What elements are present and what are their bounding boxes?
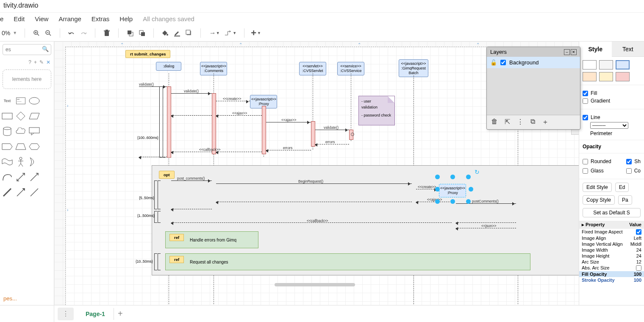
svg-rect-13 — [141, 32, 145, 36]
edit-button[interactable]: Ed — [615, 183, 629, 192]
add-layer-icon[interactable]: ＋ — [542, 118, 549, 127]
tab-text[interactable]: Text — [612, 42, 644, 57]
shape-trapezoid[interactable] — [15, 142, 26, 152]
fill-icon[interactable] — [161, 29, 169, 37]
svg-line-26 — [21, 164, 23, 167]
search-icon[interactable]: 🔍 — [42, 46, 49, 52]
menu-extras[interactable]: Extras — [92, 15, 110, 22]
swatch-blue[interactable] — [616, 60, 630, 69]
shape-parallelogram[interactable] — [29, 111, 40, 121]
menubar: e Edit View Arrange Extras Help All chan… — [0, 13, 644, 25]
shape-step[interactable] — [2, 142, 13, 152]
shape-tape[interactable] — [2, 157, 13, 167]
line-style-select[interactable]: ──── — [590, 122, 628, 129]
shape-line[interactable] — [29, 187, 40, 197]
zoom-level[interactable]: 0% ▼ — [2, 30, 17, 36]
paste-button[interactable]: Pa — [618, 195, 632, 205]
gradient-checkbox[interactable] — [583, 98, 588, 104]
abs-arc-checkbox[interactable] — [636, 265, 641, 271]
line-checkbox[interactable] — [583, 115, 588, 120]
minimize-icon[interactable]: – — [564, 49, 570, 55]
zoom-out-icon[interactable] — [44, 29, 52, 37]
close-panel-icon[interactable]: ✕ — [46, 59, 50, 65]
edit-style-button[interactable]: Edit Style — [583, 183, 612, 192]
lifeline-batch[interactable]: <<javascript>> :GimqRequest Batch — [399, 59, 428, 77]
shadow-icon[interactable] — [185, 29, 193, 37]
export-icon[interactable]: ⇱ — [505, 118, 510, 127]
shape-heading[interactable]: ━━─── — [15, 96, 26, 106]
tab-style[interactable]: Style — [579, 42, 612, 57]
trash-icon[interactable]: 🗑 — [491, 118, 498, 127]
more-shapes-link[interactable]: pes... — [0, 292, 54, 305]
redo-icon[interactable] — [80, 29, 87, 37]
add-page-icon[interactable]: + — [114, 308, 127, 320]
duplicate-icon[interactable]: ⧉ — [530, 118, 535, 127]
note[interactable]: - uservalidation- password check — [358, 96, 395, 125]
page-menu-icon[interactable]: ⋮ — [58, 308, 74, 320]
menu-edit[interactable]: Edit — [14, 15, 25, 22]
more-icon[interactable]: ⋮ — [517, 118, 524, 127]
svg-rect-21 — [29, 128, 39, 133]
rounded-checkbox[interactable] — [583, 159, 588, 164]
set-default-button[interactable]: Set as Default S — [583, 208, 641, 217]
shape-actor[interactable] — [15, 157, 26, 167]
comic-checkbox[interactable] — [626, 168, 632, 174]
shape-arrow[interactable] — [29, 172, 40, 182]
delete-icon[interactable] — [103, 29, 111, 37]
zoom-in-icon[interactable] — [33, 29, 40, 37]
to-front-icon[interactable] — [126, 29, 134, 37]
shape-biarrow[interactable] — [15, 172, 26, 182]
svg-rect-9 — [105, 30, 108, 31]
shadow-checkbox[interactable] — [626, 159, 632, 164]
stroke-icon[interactable] — [173, 29, 181, 37]
help-icon[interactable]: ? — [28, 59, 31, 65]
lifeline-dialog[interactable]: :dialog — [156, 62, 181, 71]
shape-rect[interactable] — [2, 111, 13, 121]
fill-checkbox[interactable] — [583, 91, 588, 96]
page-tab-1[interactable]: Page-1 — [77, 308, 114, 320]
shape-hexagon[interactable] — [29, 142, 40, 152]
shape-curve[interactable] — [2, 172, 13, 182]
connection-icon[interactable]: → ▼ — [208, 29, 220, 37]
swatch-gray[interactable] — [599, 60, 613, 69]
svg-line-5 — [49, 34, 51, 36]
drop-zone[interactable]: lements here — [3, 69, 51, 89]
swatch-yellow[interactable] — [599, 72, 613, 81]
shape-text[interactable]: Text — [2, 96, 13, 106]
shape-arrow-open[interactable] — [15, 187, 26, 197]
svg-rect-17 — [186, 30, 190, 34]
swatch-red[interactable] — [616, 72, 630, 81]
add-icon[interactable]: +▼ — [252, 29, 260, 37]
layer-background[interactable]: 🔓 Background — [487, 57, 580, 68]
shape-or[interactable] — [29, 157, 40, 167]
waypoint-icon[interactable]: ▼ — [225, 29, 236, 37]
shape-callout[interactable] — [29, 126, 40, 136]
shape-diamond[interactable] — [15, 111, 26, 121]
menu-arrange[interactable]: Arrange — [58, 15, 81, 22]
shape-cylinder[interactable] — [2, 126, 13, 136]
lock-icon[interactable]: 🔓 — [490, 59, 497, 66]
shape-cloud[interactable] — [15, 126, 26, 136]
copy-style-button[interactable]: Copy Style — [583, 195, 615, 205]
swatch-orange[interactable] — [583, 72, 597, 81]
fixed-aspect-checkbox[interactable] — [636, 229, 641, 235]
layers-panel[interactable]: Layers – ✕ 🔓 Background 🗑 ⇱ ⋮ ⧉ ＋ — [486, 47, 580, 130]
shape-line-thick[interactable] — [2, 187, 13, 197]
menu-help[interactable]: Help — [119, 15, 133, 22]
edit-shape-icon[interactable]: ✎ — [39, 59, 44, 65]
swatch-white[interactable] — [583, 60, 597, 69]
lifeline-proxy2-selected[interactable]: <<javascript>> :Proxy — [439, 184, 466, 197]
rotate-handle-icon[interactable]: ↻ — [475, 169, 480, 175]
close-icon[interactable]: ✕ — [571, 49, 577, 55]
shape-ellipse[interactable] — [29, 96, 40, 106]
undo-icon[interactable] — [68, 29, 75, 37]
menu-view[interactable]: View — [35, 15, 48, 22]
to-back-icon[interactable] — [138, 29, 146, 37]
horizontal-scrollbar[interactable] — [275, 283, 355, 286]
layer-visible-checkbox[interactable] — [500, 60, 506, 65]
glass-checkbox[interactable] — [583, 168, 588, 174]
menu-file[interactable]: e — [0, 15, 3, 22]
add-shape-icon[interactable]: + — [34, 59, 37, 65]
svg-rect-8 — [104, 31, 110, 31]
shape-palette: Text ━━─── — [0, 92, 54, 202]
